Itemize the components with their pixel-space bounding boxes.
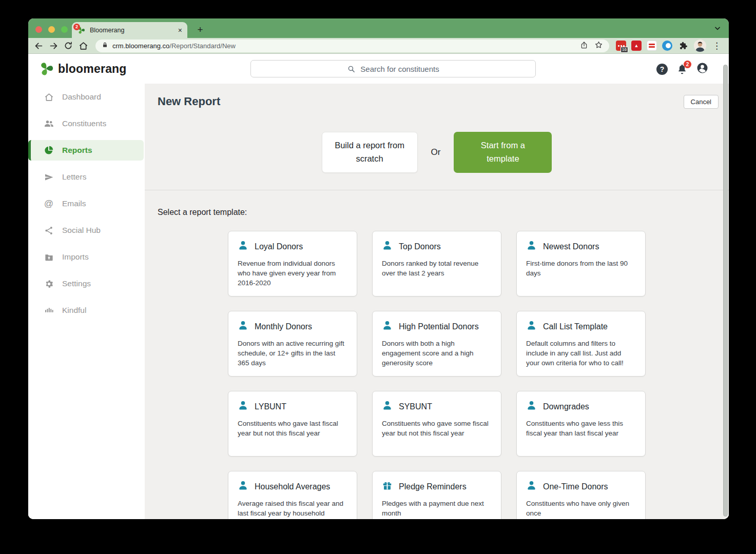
app-header: bloomerang Search for constituents ? 2 [28, 54, 729, 84]
browser-window: 2 Bloomerang × + [28, 18, 729, 519]
minimize-window-button[interactable] [48, 26, 55, 33]
new-tab-button[interactable]: + [193, 23, 207, 36]
template-description: Revenue from individual donors who have … [238, 259, 347, 288]
sidebar-item-label: Reports [62, 146, 92, 155]
person-icon [382, 400, 393, 413]
template-card-downgrades[interactable]: Downgrades Constituents who gave less th… [516, 391, 646, 457]
send-icon [44, 172, 54, 182]
template-description: Pledges with a payment due next month [382, 499, 492, 518]
bars-icon [44, 305, 54, 315]
tab-title: Bloomerang [90, 27, 173, 34]
favicon-notification-badge: 2 [73, 24, 80, 30]
sidebar-item-social-hub[interactable]: Social Hub [28, 217, 145, 244]
lock-icon[interactable] [102, 42, 108, 50]
search-input[interactable]: Search for constituents [250, 60, 536, 77]
build-from-scratch-button[interactable]: Build a report from scratch [322, 132, 418, 173]
home-icon[interactable] [77, 40, 89, 51]
template-title: Monthly Donors [255, 322, 312, 331]
template-description: Constituents who gave some fiscal year b… [382, 419, 492, 438]
close-window-button[interactable] [35, 26, 42, 33]
adobe-acrobat-icon[interactable]: ▲ [631, 41, 642, 51]
browser-toolbar: crm.bloomerang.co/Report/Standard/New 16… [28, 38, 729, 54]
person-icon [526, 400, 537, 413]
logo-wordmark: bloomerang [58, 62, 127, 76]
reload-icon[interactable] [63, 40, 74, 51]
template-title: High Potential Donors [399, 322, 479, 331]
gear-icon [44, 279, 54, 289]
template-card-pledge-reminders[interactable]: Pledge Reminders Pledges with a payment … [372, 471, 501, 519]
template-title: One-Time Donors [543, 482, 608, 491]
sidebar-item-label: Social Hub [62, 226, 101, 235]
bookmark-star-icon[interactable] [594, 41, 603, 51]
bloomerang-logo[interactable]: bloomerang [38, 61, 127, 76]
maximize-window-button[interactable] [61, 26, 68, 33]
address-bar[interactable]: crm.bloomerang.co/Report/Standard/New [95, 39, 609, 52]
red-white-extension-icon[interactable] [647, 41, 657, 51]
sidebar-item-label: Constituents [62, 119, 106, 128]
sidebar-item-constituents[interactable]: Constituents [28, 110, 145, 137]
red-extension-icon[interactable]: 16 [616, 41, 626, 51]
template-card-loyal-donors[interactable]: Loyal Donors Revenue from individual don… [228, 231, 357, 296]
sidebar-item-reports[interactable]: Reports [28, 140, 144, 161]
person-icon [238, 480, 248, 493]
share-icon [44, 225, 54, 235]
template-title: SYBUNT [399, 402, 432, 411]
forward-icon[interactable] [48, 40, 59, 51]
person-icon [238, 320, 248, 333]
browser-menu-icon[interactable]: ⋮ [711, 41, 722, 51]
account-icon[interactable] [696, 62, 708, 76]
window-controls [35, 26, 68, 33]
template-card-monthly-donors[interactable]: Monthly Donors Donors with an active rec… [228, 311, 357, 377]
browser-profile-avatar[interactable] [694, 39, 706, 52]
template-description: Constituents who have only given once [526, 499, 636, 518]
cancel-button[interactable]: Cancel [684, 95, 719, 109]
sidebar-item-imports[interactable]: Imports [28, 244, 145, 270]
sidebar-item-settings[interactable]: Settings [28, 270, 145, 297]
people-icon [44, 118, 54, 129]
notification-count-badge: 2 [684, 61, 691, 68]
sidebar-item-label: Settings [62, 279, 91, 288]
screenshot-stage: 2 Bloomerang × + [0, 0, 756, 554]
back-icon[interactable] [33, 40, 44, 51]
browser-tab-bloomerang[interactable]: 2 Bloomerang × [72, 22, 187, 38]
share-icon[interactable] [580, 41, 588, 51]
puzzle-extensions-icon[interactable] [677, 40, 689, 51]
template-description: First-time donors from the last 90 days [526, 259, 636, 278]
chevron-down-icon[interactable] [713, 24, 722, 34]
blue-extension-icon[interactable] [662, 41, 672, 51]
help-icon[interactable]: ? [656, 64, 668, 75]
sidebar-item-dashboard[interactable]: Dashboard [28, 84, 145, 110]
extension-icons: 16 ▲ ⋮ [616, 39, 724, 52]
bloomerang-app: bloomerang Search for constituents ? 2 [28, 54, 729, 519]
address-bar-actions [580, 41, 603, 51]
person-icon [526, 240, 537, 253]
person-icon [382, 320, 393, 333]
template-description: Constituents who gave less this fiscal y… [526, 419, 636, 438]
template-card-top-donors[interactable]: Top Donors Donors ranked by total revenu… [372, 231, 501, 296]
person-icon [526, 480, 537, 493]
template-card-call-list-template[interactable]: Call List Template Default columns and f… [516, 311, 646, 377]
sidebar-item-emails[interactable]: @ Emails [28, 190, 145, 217]
template-card-newest-donors[interactable]: Newest Donors First-time donors from the… [516, 231, 646, 296]
sidebar-item-label: Emails [62, 199, 86, 208]
template-description: Donors with both a high engagement score… [382, 339, 492, 368]
sidebar-item-kindful[interactable]: Kindful [28, 297, 145, 324]
template-card-household-averages[interactable]: Household Averages Average raised this f… [228, 471, 357, 519]
notifications-bell-icon[interactable]: 2 [676, 64, 688, 75]
app-body: Dashboard Constituents Reports Letters [28, 84, 729, 519]
template-title: Newest Donors [543, 242, 599, 251]
start-from-template-button[interactable]: Start from a template [454, 132, 552, 173]
page-scrollbar[interactable] [723, 65, 728, 517]
tab-close-icon[interactable]: × [178, 27, 182, 34]
template-card-sybunt[interactable]: SYBUNT Constituents who gave some fiscal… [372, 391, 501, 457]
template-card-one-time-donors[interactable]: One-Time Donors Constituents who have on… [516, 471, 646, 519]
template-description: Average raised this fiscal year and last… [238, 499, 347, 518]
sidebar-nav: Dashboard Constituents Reports Letters [28, 84, 145, 519]
template-card-high-potential-donors[interactable]: High Potential Donors Donors with both a… [372, 311, 501, 377]
template-card-lybunt[interactable]: LYBUNT Constituents who gave last fiscal… [228, 391, 357, 457]
section-divider [145, 190, 729, 190]
report-choice-row: Build a report from scratch Or Start fro… [145, 132, 729, 173]
at-sign-icon: @ [44, 199, 54, 209]
person-icon [238, 400, 248, 413]
sidebar-item-letters[interactable]: Letters [28, 164, 145, 190]
